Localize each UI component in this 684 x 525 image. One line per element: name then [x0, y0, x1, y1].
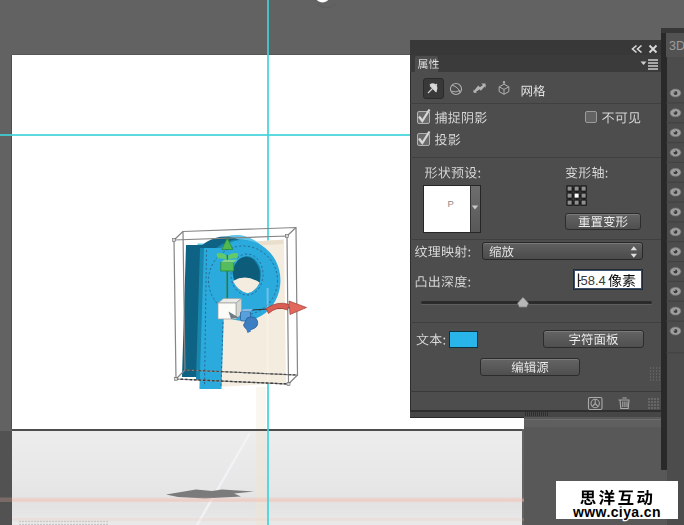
svg-text:58.4: 58.4 — [581, 273, 606, 288]
svg-text:P: P — [448, 198, 454, 209]
svg-text:3D: 3D — [669, 39, 684, 53]
